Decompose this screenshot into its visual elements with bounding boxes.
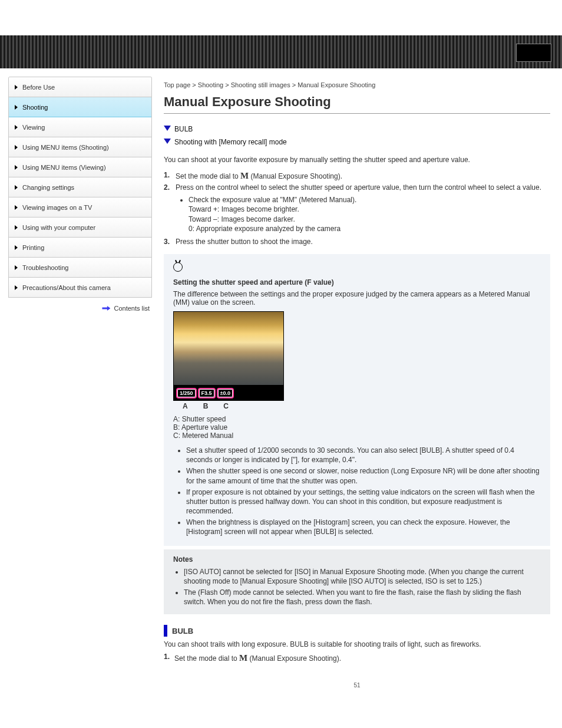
sidebar-item-label: Viewing images on a TV bbox=[22, 204, 92, 211]
arrow-right-icon bbox=[102, 306, 110, 311]
shutter-pill: 1/250 bbox=[177, 388, 196, 398]
sidebar-item-tv[interactable]: Viewing images on a TV bbox=[9, 197, 151, 218]
jump-link-memory[interactable]: Shooting with [Memory recall] mode bbox=[164, 136, 550, 149]
step-body: Set the mode dial to M (Manual Exposure … bbox=[176, 171, 550, 181]
tip-heading: Setting the shutter speed and aperture (… bbox=[173, 278, 541, 286]
label-b: B bbox=[203, 402, 209, 410]
caret-right-icon bbox=[15, 245, 18, 250]
contents-list-label: Contents list bbox=[114, 305, 150, 312]
bulb-body: You can shoot trails with long exposure.… bbox=[164, 640, 550, 648]
sidebar-nav: Before Use Shooting Viewing Using MENU i… bbox=[8, 77, 152, 298]
sidebar-item-label: Before Use bbox=[22, 84, 55, 91]
step-number: 3. bbox=[164, 238, 170, 246]
tip-bullet: If proper exposure is not obtained by yo… bbox=[186, 487, 541, 516]
sidebar-item-shooting[interactable]: Shooting bbox=[9, 97, 151, 117]
caret-right-icon bbox=[15, 185, 18, 190]
caret-right-icon bbox=[15, 225, 18, 230]
sidebar-item-printing[interactable]: Printing bbox=[9, 238, 151, 258]
sidebar-item-label: Troubleshooting bbox=[22, 264, 68, 271]
caret-right-icon bbox=[15, 105, 18, 110]
intro-text: You can shoot at your favorite exposure … bbox=[164, 156, 550, 164]
legend-b: B: Aperture value bbox=[173, 423, 541, 431]
aperture-pill: F3.5 bbox=[199, 388, 215, 398]
mm-pill: ±0.0 bbox=[217, 388, 233, 398]
caret-right-icon bbox=[15, 205, 18, 210]
sidebar-item-label: Precautions/About this camera bbox=[22, 284, 111, 291]
legend-c: C: Metered Manual bbox=[173, 431, 541, 440]
step-body: Press on the control wheel to select the… bbox=[176, 183, 550, 235]
sidebar-item-label: Using MENU items (Shooting) bbox=[22, 144, 109, 151]
label-c: C bbox=[223, 402, 229, 410]
tip-bullet: When the brightness is displayed on the … bbox=[186, 518, 541, 536]
sidebar-item-label: Using with your computer bbox=[22, 224, 95, 231]
sidebar-item-label: Changing settings bbox=[22, 184, 74, 191]
triangle-down-icon bbox=[164, 126, 171, 131]
sidebar-item-viewing[interactable]: Viewing bbox=[9, 117, 151, 137]
sidebar-item-computer[interactable]: Using with your computer bbox=[9, 218, 151, 238]
search-box[interactable] bbox=[516, 44, 551, 62]
sidebar-item-menu-shoot[interactable]: Using MENU items (Shooting) bbox=[9, 137, 151, 157]
note-item: [ISO AUTO] cannot be selected for [ISO] … bbox=[184, 567, 541, 586]
sidebar-item-label: Shooting bbox=[22, 104, 48, 111]
triangle-down-icon bbox=[164, 139, 171, 144]
sidebar-item-label: Using MENU items (Viewing) bbox=[22, 164, 106, 171]
header-band bbox=[0, 35, 562, 68]
sidebar-item-menu-view[interactable]: Using MENU items (Viewing) bbox=[9, 157, 151, 177]
mode-m-icon: M bbox=[239, 653, 247, 663]
related-bar-icon bbox=[164, 625, 167, 637]
step-number: 2. bbox=[164, 183, 170, 235]
note-item: The (Flash Off) mode cannot be selected.… bbox=[184, 588, 541, 607]
example-photo: 1/250 F3.5 ±0.0 A B C bbox=[173, 311, 284, 410]
page-number: 51 bbox=[164, 682, 550, 700]
legend-a: A: Shutter speed bbox=[173, 415, 541, 423]
caret-right-icon bbox=[15, 285, 18, 290]
bulb-heading: BULB bbox=[172, 627, 193, 635]
jump-link-label: Shooting with [Memory recall] mode bbox=[174, 138, 287, 146]
notes-title: Notes bbox=[173, 555, 541, 564]
step-bullet: Check the exposure value at "MM" (Metere… bbox=[189, 195, 550, 233]
sidebar-item-settings[interactable]: Changing settings bbox=[9, 177, 151, 197]
sidebar-item-label: Viewing bbox=[22, 124, 45, 131]
breadcrumb: Top page > Shooting > Shooting still ima… bbox=[164, 81, 550, 88]
page-title: Manual Exposure Shooting bbox=[164, 94, 550, 114]
step-body: Press the shutter button to shoot the im… bbox=[176, 238, 550, 246]
caret-right-icon bbox=[15, 145, 18, 150]
tip-box: Setting the shutter speed and aperture (… bbox=[164, 254, 550, 546]
sidebar-item-label: Printing bbox=[22, 244, 44, 251]
caret-right-icon bbox=[15, 85, 18, 90]
sidebar-item-precautions[interactable]: Precautions/About this camera bbox=[9, 278, 151, 298]
notes-box: Notes [ISO AUTO] cannot be selected for … bbox=[164, 549, 550, 615]
caret-right-icon bbox=[15, 265, 18, 270]
step-number: 1. bbox=[164, 171, 170, 181]
sidebar-item-trouble[interactable]: Troubleshooting bbox=[9, 258, 151, 278]
tip-icon bbox=[173, 262, 183, 272]
jump-link-bulb[interactable]: BULB bbox=[164, 123, 550, 136]
caret-right-icon bbox=[15, 165, 18, 170]
tip-body: The difference between the settings and … bbox=[173, 290, 541, 307]
bulb-step: 1. Set the mode dial to M (Manual Exposu… bbox=[164, 652, 550, 664]
sidebar-item-before-use[interactable]: Before Use bbox=[9, 77, 151, 97]
mode-m-icon: M bbox=[240, 171, 249, 180]
tip-bullet: Set a shutter speed of 1/2000 seconds to… bbox=[186, 446, 541, 465]
contents-list-link[interactable]: Contents list bbox=[8, 305, 150, 312]
tip-bullet: When the shutter speed is one second or … bbox=[186, 466, 541, 485]
caret-right-icon bbox=[15, 125, 18, 130]
label-a: A bbox=[183, 402, 188, 410]
jump-link-label: BULB bbox=[174, 125, 193, 133]
